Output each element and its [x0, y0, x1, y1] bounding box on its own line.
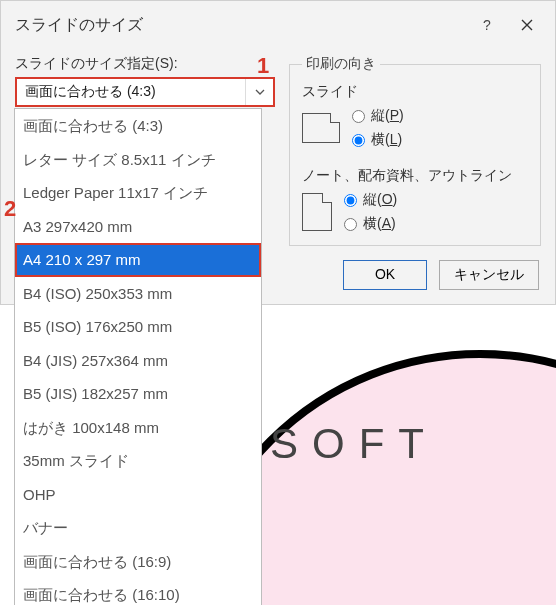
dropdown-option[interactable]: 画面に合わせる (16:9) — [15, 545, 261, 579]
radio-input[interactable] — [344, 194, 357, 207]
radio-input[interactable] — [352, 110, 365, 123]
dropdown-option[interactable]: B5 (ISO) 176x250 mm — [15, 310, 261, 344]
dropdown-option[interactable]: B5 (JIS) 182x257 mm — [15, 377, 261, 411]
dropdown-option[interactable]: レター サイズ 8.5x11 インチ — [15, 143, 261, 177]
help-icon: ? — [483, 17, 491, 33]
dropdown-option[interactable]: Ledger Paper 11x17 インチ — [15, 176, 261, 210]
radio-label: 縦(P) — [371, 107, 404, 125]
slide-size-combobox[interactable]: 画面に合わせる (4:3) — [15, 77, 275, 107]
dropdown-option[interactable]: 画面に合わせる (16:10) — [15, 578, 261, 605]
annotation-marker-1: 1 — [257, 53, 269, 79]
radio-label: 縦(O) — [363, 191, 397, 209]
dropdown-option[interactable]: バナー — [15, 511, 261, 545]
radio-input[interactable] — [352, 134, 365, 147]
close-button[interactable] — [507, 11, 547, 39]
combobox-value: 画面に合わせる (4:3) — [17, 79, 245, 105]
slides-orient-label: スライド — [302, 83, 528, 101]
dropdown-option[interactable]: B4 (JIS) 257x364 mm — [15, 344, 261, 378]
chevron-down-icon — [255, 87, 265, 97]
ok-button[interactable]: OK — [343, 260, 427, 290]
orientation-legend: 印刷の向き — [302, 55, 380, 73]
dropdown-option[interactable]: 画面に合わせる (4:3) — [15, 109, 261, 143]
combobox-dropdown-button[interactable] — [245, 79, 273, 105]
slides-landscape-radio[interactable]: 横(L) — [352, 131, 404, 149]
dropdown-option[interactable]: 35mm スライド — [15, 444, 261, 478]
help-button[interactable]: ? — [467, 11, 507, 39]
slides-portrait-radio[interactable]: 縦(P) — [352, 107, 404, 125]
annotation-marker-2: 2 — [4, 196, 16, 222]
dropdown-option[interactable]: OHP — [15, 478, 261, 512]
dropdown-option[interactable]: A4 210 x 297 mm — [15, 243, 261, 277]
page-portrait-icon — [302, 193, 332, 231]
notes-orient-label: ノート、配布資料、アウトライン — [302, 167, 528, 185]
radio-input[interactable] — [344, 218, 357, 231]
radio-label: 横(A) — [363, 215, 396, 233]
radio-label: 横(L) — [371, 131, 402, 149]
background-soft-text: SOFT — [270, 420, 438, 468]
page-landscape-icon — [302, 113, 340, 143]
close-icon — [520, 18, 534, 32]
size-dropdown-list[interactable]: 画面に合わせる (4:3)レター サイズ 8.5x11 インチLedger Pa… — [14, 108, 262, 605]
dropdown-option[interactable]: A3 297x420 mm — [15, 210, 261, 244]
dialog-title: スライドのサイズ — [15, 15, 467, 36]
dropdown-option[interactable]: B4 (ISO) 250x353 mm — [15, 277, 261, 311]
cancel-button[interactable]: キャンセル — [439, 260, 539, 290]
dropdown-option[interactable]: はがき 100x148 mm — [15, 411, 261, 445]
notes-portrait-radio[interactable]: 縦(O) — [344, 191, 397, 209]
orientation-group: 印刷の向き スライド 縦(P) 横(L) — [289, 55, 541, 246]
titlebar: スライドのサイズ ? — [1, 1, 555, 49]
slide-size-label: スライドのサイズ指定(S): — [15, 55, 275, 73]
notes-landscape-radio[interactable]: 横(A) — [344, 215, 397, 233]
